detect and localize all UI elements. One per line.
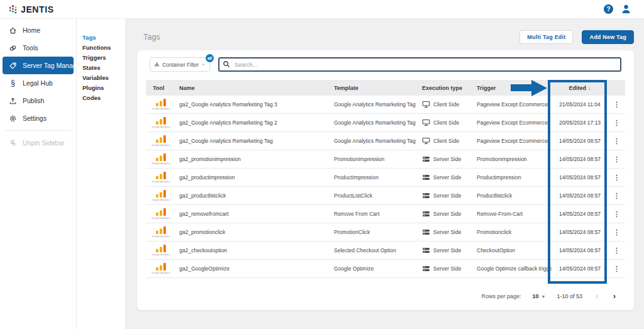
subnav-item-variables[interactable]: Variables bbox=[82, 73, 125, 83]
add-new-tag-button[interactable]: Add New Tag bbox=[582, 30, 634, 44]
tool-label: Google Analytics bbox=[152, 180, 170, 183]
sidebar-item-settings[interactable]: Settings bbox=[3, 109, 74, 127]
table-row[interactable]: Google Analytics ga2_promotionimpression… bbox=[146, 150, 625, 169]
google-analytics-icon bbox=[156, 263, 167, 270]
rows-per-page-value: 10 bbox=[533, 293, 539, 299]
rows-per-page-select[interactable]: 10 ▼ bbox=[533, 293, 546, 299]
edited-date: 14/05/2024 08:57 bbox=[552, 229, 608, 235]
header-edited-label: Edited bbox=[569, 85, 586, 91]
tool-label: Google Analytics bbox=[152, 198, 170, 201]
sidebar-item-legal-hub[interactable]: § Legal Hub bbox=[3, 74, 74, 92]
row-menu-icon[interactable]: ⋮ bbox=[613, 120, 620, 126]
subnav-item-plugins[interactable]: Plugins bbox=[82, 83, 125, 93]
edited-date: 14/05/2024 08:57 bbox=[552, 192, 608, 199]
tool-label: Google Analytics bbox=[152, 253, 170, 256]
tag-template: Google Analytics Remarketing Tag bbox=[328, 101, 416, 108]
previous-page-button[interactable]: ‹ bbox=[594, 292, 600, 301]
container-filter-icon bbox=[155, 61, 159, 68]
subnav-item-triggers[interactable]: Triggers bbox=[82, 53, 125, 63]
subnav-item-states[interactable]: States bbox=[82, 63, 125, 73]
table-row[interactable]: Google Analytics ga2_GoogleOptimize Goog… bbox=[146, 260, 625, 278]
row-menu-icon[interactable]: ⋮ bbox=[613, 247, 620, 254]
sidebar-divider bbox=[5, 130, 71, 131]
tag-trigger: Pageview Except Ecommerce bbox=[471, 101, 552, 108]
tag-template: Selected Checkout Option bbox=[328, 247, 416, 254]
row-menu-icon[interactable]: ⋮ bbox=[613, 229, 620, 236]
row-menu-icon[interactable]: ⋮ bbox=[613, 192, 620, 199]
row-menu-icon[interactable]: ⋮ bbox=[613, 101, 620, 108]
tool-cell: Google Analytics bbox=[146, 226, 174, 238]
table-row[interactable]: Google Analytics ga2_Google Analytics Re… bbox=[146, 132, 625, 150]
server-side-icon bbox=[422, 247, 430, 254]
client-side-icon bbox=[422, 101, 430, 108]
table-row[interactable]: Google Analytics ga2_checkoutoption Sele… bbox=[146, 242, 625, 260]
tag-trigger: Promotionclick bbox=[471, 229, 552, 235]
multi-tag-edit-button[interactable]: Multi Tag Edit bbox=[519, 30, 573, 44]
sidebar-item-label: Tools bbox=[23, 44, 38, 52]
subnav-item-tags[interactable]: Tags bbox=[82, 33, 125, 43]
tag-template: Google Analytics Remarketing Tag bbox=[328, 120, 416, 126]
header-execution-type[interactable]: Execution type bbox=[416, 85, 471, 91]
sort-descending-icon[interactable]: ↓ bbox=[588, 85, 591, 91]
table-row[interactable]: Google Analytics ga2_productimpression P… bbox=[146, 169, 625, 187]
tool-label: Google Analytics bbox=[152, 143, 170, 147]
execution-type-label: Server Side bbox=[433, 265, 461, 272]
sidebar-item-unpin[interactable]: Unpin Sidebar bbox=[3, 134, 74, 152]
header-name[interactable]: Name bbox=[174, 85, 328, 91]
home-icon bbox=[9, 26, 17, 35]
jentis-logo: JENTIS bbox=[9, 4, 54, 14]
table-row[interactable]: Google Analytics ga2_removefromcart Remo… bbox=[146, 205, 625, 223]
google-analytics-icon bbox=[156, 226, 167, 234]
tag-name: ga2_Google Analytics Remarketing Tag 3 bbox=[174, 101, 328, 108]
tag-icon bbox=[9, 62, 17, 70]
header-trigger[interactable]: Trigger bbox=[471, 85, 552, 91]
row-menu-icon[interactable]: ⋮ bbox=[613, 211, 620, 218]
header-edited[interactable]: Edited ↓ bbox=[552, 85, 608, 91]
tool-label: Google Analytics bbox=[152, 235, 170, 238]
tool-cell: Google Analytics bbox=[146, 172, 174, 183]
subnav-item-codes[interactable]: Codes bbox=[82, 93, 125, 103]
table-row[interactable]: Google Analytics ga2_Google Analytics Re… bbox=[146, 96, 625, 114]
row-menu-icon[interactable]: ⋮ bbox=[613, 265, 620, 272]
table-row[interactable]: Google Analytics ga2_promotionclick Prom… bbox=[146, 223, 625, 242]
google-analytics-icon bbox=[156, 99, 167, 106]
next-page-button[interactable]: › bbox=[611, 292, 618, 301]
table-row[interactable]: Google Analytics ga2_Google Analytics Re… bbox=[146, 114, 625, 132]
tag-name: ga2_promotionclick bbox=[174, 229, 328, 235]
header-template[interactable]: Template bbox=[328, 85, 416, 91]
row-menu-icon[interactable]: ⋮ bbox=[613, 156, 620, 163]
sidebar-item-label: Server Tag Manager bbox=[23, 62, 82, 69]
table-row[interactable]: Google Analytics ga2_productlistclick Pr… bbox=[146, 187, 625, 205]
subnav-item-functions[interactable]: Functions bbox=[82, 43, 125, 53]
tag-trigger: CheckoutOption bbox=[471, 247, 552, 254]
tag-name: ga2_promotionimpression bbox=[174, 156, 328, 162]
tag-template: Google Analytics Remarketing Tag bbox=[328, 138, 416, 144]
execution-type-label: Server Side bbox=[433, 229, 461, 235]
container-filter-label: Container Filter bbox=[162, 62, 199, 68]
help-icon[interactable]: ? bbox=[604, 4, 613, 14]
sidebar-item-tools[interactable]: Tools bbox=[3, 39, 74, 57]
execution-type-label: Client Side bbox=[433, 120, 459, 126]
user-icon[interactable] bbox=[621, 4, 631, 14]
container-filter-dropdown[interactable]: Container Filter all bbox=[150, 57, 210, 72]
tool-label: Google Analytics bbox=[152, 107, 170, 110]
execution-type-cell: Client Side bbox=[416, 101, 471, 108]
tag-name: ga2_Google Analytics Remarketing Tag bbox=[174, 138, 328, 144]
sidebar-item-server-tag-manager[interactable]: Server Tag Manager bbox=[3, 57, 74, 74]
sidebar-item-label: Unpin Sidebar bbox=[23, 139, 65, 147]
row-menu-icon[interactable]: ⋮ bbox=[613, 138, 620, 145]
pagination-range: 1-10 of 53 bbox=[557, 293, 582, 299]
tool-cell: Google Analytics bbox=[146, 190, 174, 201]
sidebar-item-home[interactable]: Home bbox=[3, 21, 74, 39]
tool-label: Google Analytics bbox=[152, 271, 170, 274]
tool-label: Google Analytics bbox=[152, 125, 170, 128]
tags-card: Container Filter all Tool Name Template … bbox=[137, 50, 634, 310]
tag-template: ProductListClick bbox=[328, 192, 416, 199]
sidebar-item-publish[interactable]: Publish bbox=[3, 92, 74, 109]
search-input[interactable] bbox=[218, 57, 621, 72]
row-menu-icon[interactable]: ⋮ bbox=[613, 174, 620, 181]
header-tool[interactable]: Tool bbox=[146, 85, 174, 91]
search-icon bbox=[223, 60, 230, 68]
execution-type-cell: Server Side bbox=[416, 265, 471, 272]
tool-cell: Google Analytics bbox=[146, 245, 174, 256]
